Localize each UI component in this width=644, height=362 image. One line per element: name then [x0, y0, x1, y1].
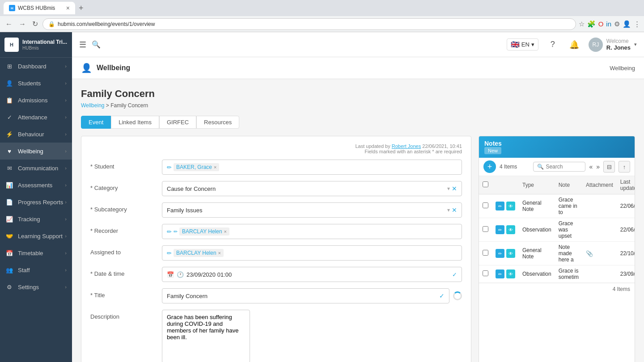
- sidebar-item-wellbeing[interactable]: ♥ Wellbeing ›: [0, 143, 72, 160]
- subcategory-dropdown-icon[interactable]: ▾: [447, 207, 450, 213]
- row-type-0: General Note: [519, 194, 555, 218]
- calendar-icon[interactable]: 📅: [167, 271, 174, 278]
- note-view-button-2[interactable]: 👁: [506, 249, 515, 258]
- clock-icon: 🕐: [177, 271, 184, 278]
- sidebar-item-students[interactable]: 👤 Students ›: [0, 75, 72, 92]
- row-select-3[interactable]: [483, 270, 488, 276]
- new-tab-button[interactable]: +: [79, 4, 84, 13]
- settings-ext-button[interactable]: ⚙: [614, 20, 620, 28]
- note-edit-button-2[interactable]: ✏: [496, 249, 504, 258]
- sidebar-item-communication[interactable]: ✉ Communication ›: [0, 160, 72, 177]
- user-area[interactable]: RJ Welcome R. Jones ▾: [589, 38, 637, 52]
- recorder-edit2-icon[interactable]: ✏: [174, 229, 178, 235]
- sidebar-item-admissions[interactable]: 📋 Admissions ›: [0, 92, 72, 109]
- sidebar-item-behaviour[interactable]: ⚡ Behaviour ›: [0, 126, 72, 143]
- note-edit-button-0[interactable]: ✏: [496, 202, 504, 210]
- sidebar-item-tracking[interactable]: 📈 Tracking ›: [0, 210, 72, 227]
- note-view-button-1[interactable]: 👁: [506, 225, 515, 234]
- meta-text: Last updated by: [355, 143, 390, 149]
- sidebar-item-settings[interactable]: ⚙ Settings ›: [0, 278, 72, 295]
- notes-export-button[interactable]: ↑: [619, 161, 630, 173]
- row-select-1[interactable]: [483, 226, 488, 232]
- sidebar-item-timetable[interactable]: 📅 Timetable ›: [0, 244, 72, 261]
- notes-next-button[interactable]: »: [596, 163, 600, 170]
- notes-prev-button[interactable]: «: [589, 163, 593, 170]
- brand-name: International Tri...: [22, 39, 67, 46]
- student-remove-button[interactable]: ×: [214, 164, 216, 170]
- add-note-button[interactable]: +: [483, 160, 496, 173]
- meta-info: Last updated by Robert Jones 22/06/2021,…: [90, 143, 462, 154]
- notifications-button[interactable]: 🔔: [567, 38, 581, 52]
- notes-footer: 4 Items: [479, 283, 635, 295]
- subcategory-clear-icon[interactable]: ✕: [452, 206, 457, 214]
- select-all-checkbox[interactable]: [483, 181, 488, 187]
- sidebar-item-assessments[interactable]: 📊 Assessments ›: [0, 177, 72, 194]
- help-button[interactable]: ?: [546, 38, 560, 52]
- title-value: Family Concern: [167, 293, 439, 299]
- refresh-button[interactable]: ↻: [30, 19, 40, 29]
- topnav-search-button[interactable]: 🔍: [92, 40, 101, 49]
- category-field[interactable]: Cause for Concern ▾ ✕: [162, 181, 462, 196]
- date-time-field[interactable]: 📅 🕐 23/09/2020 01:00 ✓: [162, 267, 462, 282]
- note-edit-button-3[interactable]: ✏: [496, 269, 504, 278]
- forward-button[interactable]: →: [17, 19, 28, 29]
- sidebar-item-learning-support[interactable]: 🤝 Learning Support ›: [0, 227, 72, 244]
- category-clear-icon[interactable]: ✕: [452, 185, 457, 192]
- sidebar-item-attendance[interactable]: ✓ Attendance ›: [0, 109, 72, 126]
- assigned-edit-icon[interactable]: ✏: [167, 250, 172, 257]
- brand-sub: HUBmis: [22, 46, 67, 51]
- event-form: Last updated by Robert Jones 22/06/2021,…: [81, 136, 471, 362]
- back-button[interactable]: ←: [4, 19, 14, 29]
- recorder-field[interactable]: ✏ ✏ BARCLAY Helen ×: [162, 224, 462, 239]
- note-view-button-3[interactable]: 👁: [506, 269, 515, 278]
- sidebar-item-staff[interactable]: 👥 Staff ›: [0, 261, 72, 278]
- col-type-header: Type: [519, 176, 555, 194]
- notes-table: Type Note Attachment Last updated ✏ 👁: [479, 176, 635, 283]
- breadcrumb: Wellbeing > Family Concern: [81, 102, 635, 109]
- title-field[interactable]: Family Concern ✓: [162, 288, 449, 303]
- breadcrumb-separator: >: [106, 102, 110, 109]
- account-button[interactable]: 👤: [623, 20, 631, 28]
- tab-close-button[interactable]: ×: [66, 4, 70, 12]
- student-edit-icon[interactable]: ✏: [167, 164, 172, 171]
- title-check-icon[interactable]: ✓: [439, 292, 445, 299]
- address-bar[interactable]: 🔒 hubmis.com/wellbeing/events/1/overview: [42, 18, 576, 30]
- recorder-edit-icon[interactable]: ✏: [167, 228, 172, 235]
- student-field[interactable]: ✏ BAKER, Grace ×: [162, 160, 462, 175]
- chevron-icon: ›: [65, 182, 67, 188]
- hamburger-button[interactable]: ☰: [79, 40, 86, 50]
- date-check-icon[interactable]: ✓: [452, 271, 457, 278]
- sidebar-label-attendance: Attendance: [18, 114, 47, 121]
- opera-button[interactable]: O: [598, 20, 604, 28]
- flag-icon: 🇬🇧: [511, 40, 520, 49]
- note-view-button-0[interactable]: 👁: [506, 202, 515, 210]
- subcategory-field[interactable]: Family Issues ▾ ✕: [162, 202, 462, 218]
- tab-resources[interactable]: Resources: [196, 116, 239, 129]
- linkedin-button[interactable]: in: [606, 20, 611, 28]
- bookmark-button[interactable]: ☆: [579, 20, 585, 28]
- tab-girfec[interactable]: GIRFEC: [159, 116, 196, 129]
- note-edit-button-1[interactable]: ✏: [496, 225, 504, 234]
- sidebar: H International Tri... HUBmis ⊞ Dashboar…: [0, 32, 72, 362]
- recorder-remove-button[interactable]: ×: [224, 229, 227, 234]
- row-select-2[interactable]: [483, 250, 488, 256]
- sidebar-item-progress-reports[interactable]: 📄 Progress Reports ›: [0, 194, 72, 210]
- breadcrumb-wellbeing-link[interactable]: Wellbeing: [81, 102, 104, 109]
- sidebar-item-dashboard[interactable]: ⊞ Dashboard ›: [0, 58, 72, 75]
- tab-linked-items[interactable]: Linked Items: [111, 116, 159, 129]
- menu-button[interactable]: ⋮: [634, 20, 640, 28]
- admissions-icon: 📋: [5, 96, 13, 104]
- notes-filter-button[interactable]: ⊟: [603, 161, 615, 173]
- description-field[interactable]: Grace has been suffering during COVID-19…: [162, 310, 250, 362]
- extensions-button[interactable]: 🧩: [587, 20, 596, 28]
- meta-user-link[interactable]: Robert Jones: [392, 143, 421, 149]
- notes-search-input[interactable]: [546, 164, 581, 170]
- tab-event[interactable]: Event: [81, 116, 111, 129]
- student-label: * Student: [90, 160, 162, 170]
- row-select-0[interactable]: [483, 202, 488, 208]
- browser-tab[interactable]: H WCBS HUBmis ×: [4, 2, 75, 14]
- category-dropdown-icon[interactable]: ▾: [447, 185, 450, 192]
- assigned-to-field[interactable]: ✏ BARCLAY Helen ×: [162, 245, 462, 261]
- assigned-remove-button[interactable]: ×: [218, 250, 221, 256]
- language-selector[interactable]: 🇬🇧 EN ▾: [507, 38, 538, 51]
